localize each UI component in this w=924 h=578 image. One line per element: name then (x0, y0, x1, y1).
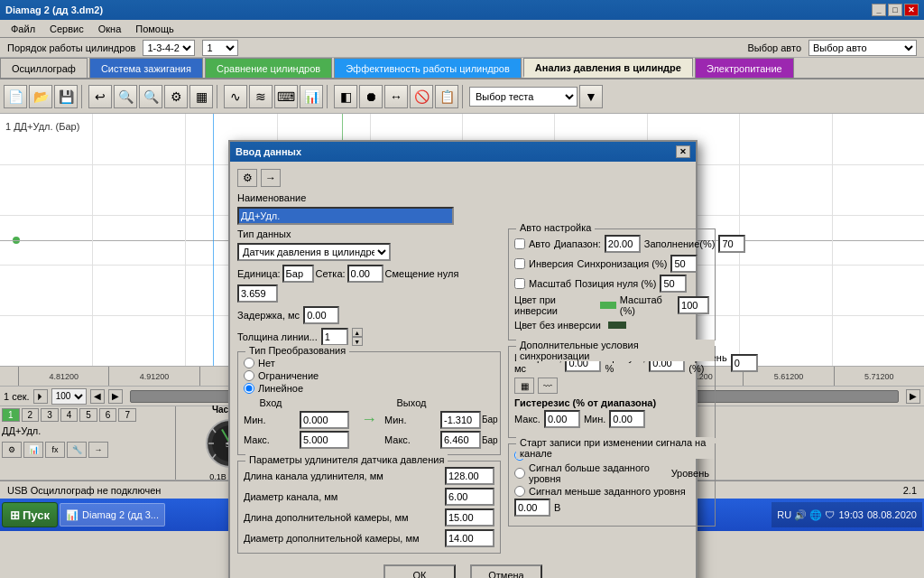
tool-zoom-in[interactable]: 🔍 (114, 85, 137, 108)
tool-new[interactable]: 📄 (4, 85, 27, 108)
tool-g[interactable]: 📋 (435, 85, 458, 108)
menu-file[interactable]: Файл (4, 22, 42, 36)
tab-oscilloscope[interactable]: Осциллограф (0, 58, 88, 78)
menu-windows[interactable]: Окна (91, 22, 129, 36)
tool-zoom-out[interactable]: 🔍 (139, 85, 162, 108)
taskbar-app-diamag[interactable]: 📊 Diamag 2 (дд 3... (60, 503, 165, 527)
ch-btn-right[interactable]: → (88, 442, 108, 458)
inversion-checkbox[interactable] (514, 258, 525, 269)
radio-linear-input[interactable] (244, 383, 254, 394)
tool-c[interactable]: ⌨ (274, 85, 298, 108)
tool-save[interactable]: 💾 (54, 85, 78, 108)
tab-cylinders[interactable]: Сравнение цилиндров (205, 58, 332, 78)
tool-filter[interactable]: ▦ (189, 85, 213, 108)
radio-limit-input[interactable] (244, 370, 254, 381)
hyst-max-input[interactable] (544, 410, 580, 428)
ch-tab-6[interactable]: 6 (99, 408, 117, 422)
tool-settings[interactable]: ⚙ (164, 85, 188, 108)
order-select[interactable]: 1-3-4-2 (143, 40, 195, 56)
fill-input[interactable] (718, 235, 745, 253)
thickness-spinner[interactable]: ▲ ▼ (352, 328, 363, 346)
scale-checkbox[interactable] (514, 278, 525, 289)
ch-btn-wrench[interactable]: 🔧 (67, 442, 87, 458)
tool-rec[interactable]: ⏺ (359, 85, 383, 108)
max-in-input[interactable] (300, 431, 349, 449)
start-record-section: Старт записи при изменении сигнала на ка… (508, 443, 716, 527)
tab-ignition[interactable]: Система зажигания (89, 58, 203, 78)
ch-tab-4[interactable]: 4 (60, 408, 79, 422)
sync-pct-input[interactable] (670, 255, 698, 273)
tool-dropdown[interactable]: ▼ (579, 85, 603, 108)
unit-input[interactable] (282, 265, 314, 283)
tool-e[interactable]: ◧ (334, 85, 357, 108)
start-above-radio[interactable] (514, 468, 525, 479)
tool-stop[interactable]: 🚫 (410, 85, 433, 108)
ch-tab-1[interactable]: 1 (2, 408, 20, 422)
tool-f[interactable]: ↔ (384, 85, 408, 108)
param-ch-dia-input[interactable] (445, 488, 494, 506)
tool-a[interactable]: ∿ (224, 85, 247, 108)
dialog-close-button[interactable]: ✕ (676, 145, 690, 158)
sync-wave-btn[interactable]: 〰 (538, 378, 558, 394)
auto-select[interactable]: Выбор авто (808, 40, 917, 56)
thickness-up[interactable]: ▲ (352, 328, 363, 337)
order-num-select[interactable]: 1 (202, 40, 238, 56)
sync-grid-btn[interactable]: ▦ (514, 378, 534, 394)
zero-pos-input[interactable] (660, 275, 687, 293)
max-out-input[interactable] (440, 431, 481, 449)
min-in-input[interactable] (300, 411, 349, 429)
ch-tab-5[interactable]: 5 (79, 408, 97, 422)
tab-pressure[interactable]: Анализ давления в цилиндре (523, 58, 693, 78)
delay-input[interactable] (303, 306, 339, 324)
hyst-min-input[interactable] (609, 410, 645, 428)
ok-button[interactable]: ОК (383, 564, 456, 578)
grid-input[interactable] (347, 265, 383, 283)
prev-button[interactable]: ◀ (90, 389, 105, 404)
ch-tab-3[interactable]: 3 (41, 408, 59, 422)
ch-btn-settings[interactable]: ⚙ (2, 442, 22, 458)
test-select[interactable]: Выбор теста (469, 87, 578, 107)
type-select-row: Датчик давления в цилиндре (237, 243, 501, 261)
color-inv-swatch[interactable] (600, 302, 616, 309)
dialog-tool-1[interactable]: ⚙ (237, 169, 257, 187)
tool-d[interactable]: 📊 (300, 85, 323, 108)
thickness-input[interactable] (321, 328, 348, 346)
menu-help[interactable]: Помощь (128, 22, 181, 36)
tab-electrical[interactable]: Электропитание (695, 58, 794, 78)
range-input[interactable] (605, 235, 641, 253)
tool-open[interactable]: 📂 (29, 85, 52, 108)
maximize-button[interactable]: □ (888, 4, 902, 16)
ch-btn-formula[interactable]: fx (45, 442, 65, 458)
zoom-select[interactable]: 100 (51, 388, 87, 405)
tool-b[interactable]: ≋ (249, 85, 273, 108)
color-noinv-swatch[interactable] (608, 322, 626, 329)
scroll-right[interactable]: ▶ (906, 389, 920, 404)
ch-tab-2[interactable]: 2 (22, 408, 40, 422)
thickness-down[interactable]: ▼ (352, 337, 363, 346)
param-extra-len-input[interactable] (445, 508, 494, 527)
tab-efficiency[interactable]: Эффективность работы цилиндров (334, 58, 522, 78)
menu-service[interactable]: Сервис (42, 22, 91, 36)
offset-input[interactable] (237, 284, 278, 303)
play-button[interactable]: ⏵ (33, 389, 48, 404)
min-out-input[interactable] (440, 411, 481, 429)
start-button[interactable]: ⊞ Пуск (2, 502, 58, 527)
param-extra-dia-input[interactable] (445, 529, 494, 547)
sync-level-input[interactable] (731, 354, 758, 372)
level-input[interactable] (514, 499, 550, 517)
scale-pct-input[interactable] (678, 296, 709, 314)
type-select[interactable]: Датчик давления в цилиндре (237, 243, 391, 261)
start-below-radio[interactable] (514, 486, 525, 497)
ch-btn-chart[interactable]: 📊 (23, 442, 43, 458)
auto-checkbox[interactable] (514, 238, 525, 249)
close-button[interactable]: ✕ (904, 4, 919, 16)
minimize-button[interactable]: _ (872, 4, 886, 16)
cancel-button[interactable]: Отмена (470, 564, 542, 578)
dialog-tool-2[interactable]: → (261, 169, 281, 187)
name-input[interactable] (237, 207, 454, 225)
next-button[interactable]: ▶ (108, 389, 123, 404)
param-ch-len-input[interactable] (445, 467, 494, 485)
ch-tab-7[interactable]: 7 (118, 408, 136, 422)
radio-none-input[interactable] (244, 358, 254, 368)
tool-back[interactable]: ↩ (88, 85, 112, 108)
